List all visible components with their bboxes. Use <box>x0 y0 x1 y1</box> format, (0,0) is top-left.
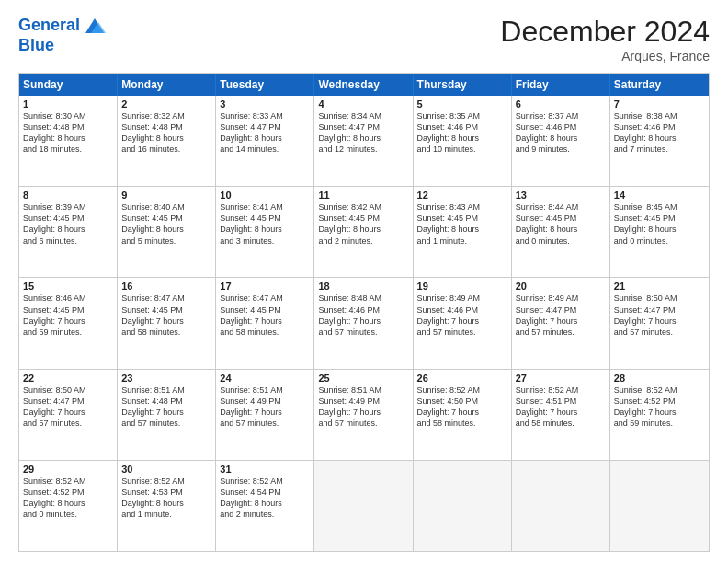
day-number: 8 <box>23 190 113 201</box>
day-info: Sunrise: 8:37 AM Sunset: 4:46 PM Dayligh… <box>516 110 606 155</box>
day-number: 23 <box>121 373 211 384</box>
day-cell-25: 25Sunrise: 8:51 AM Sunset: 4:49 PM Dayli… <box>314 370 413 460</box>
day-number: 21 <box>614 281 705 292</box>
day-number: 4 <box>318 98 408 109</box>
location: Arques, France <box>500 49 710 63</box>
calendar-row-1: 1Sunrise: 8:30 AM Sunset: 4:48 PM Daylig… <box>19 96 709 186</box>
day-info: Sunrise: 8:38 AM Sunset: 4:46 PM Dayligh… <box>614 110 705 155</box>
day-number: 20 <box>516 281 606 292</box>
day-info: Sunrise: 8:51 AM Sunset: 4:49 PM Dayligh… <box>318 385 408 430</box>
day-info: Sunrise: 8:39 AM Sunset: 4:45 PM Dayligh… <box>23 201 113 247</box>
day-info: Sunrise: 8:52 AM Sunset: 4:54 PM Dayligh… <box>220 476 310 521</box>
day-number: 22 <box>23 373 113 384</box>
day-cell-12: 12Sunrise: 8:43 AM Sunset: 4:45 PM Dayli… <box>414 187 512 277</box>
day-info: Sunrise: 8:51 AM Sunset: 4:48 PM Dayligh… <box>121 385 211 430</box>
day-cell-17: 17Sunrise: 8:47 AM Sunset: 4:45 PM Dayli… <box>216 278 314 368</box>
header-cell-thursday: Thursday <box>414 74 512 96</box>
day-info: Sunrise: 8:33 AM Sunset: 4:47 PM Dayligh… <box>220 110 310 155</box>
day-cell-31: 31Sunrise: 8:52 AM Sunset: 4:54 PM Dayli… <box>216 461 314 551</box>
day-cell-2: 2Sunrise: 8:32 AM Sunset: 4:48 PM Daylig… <box>118 96 216 186</box>
day-number: 9 <box>121 190 211 201</box>
calendar-row-3: 15Sunrise: 8:46 AM Sunset: 4:45 PM Dayli… <box>19 277 709 368</box>
day-number: 6 <box>516 98 606 109</box>
day-cell-16: 16Sunrise: 8:47 AM Sunset: 4:45 PM Dayli… <box>118 278 216 368</box>
day-cell-7: 7Sunrise: 8:38 AM Sunset: 4:46 PM Daylig… <box>610 96 709 186</box>
day-info: Sunrise: 8:43 AM Sunset: 4:45 PM Dayligh… <box>417 201 507 247</box>
day-cell-26: 26Sunrise: 8:52 AM Sunset: 4:50 PM Dayli… <box>414 370 512 460</box>
day-info: Sunrise: 8:51 AM Sunset: 4:49 PM Dayligh… <box>220 385 310 430</box>
day-cell-23: 23Sunrise: 8:51 AM Sunset: 4:48 PM Dayli… <box>118 370 216 460</box>
day-info: Sunrise: 8:52 AM Sunset: 4:52 PM Dayligh… <box>614 385 705 430</box>
day-cell-29: 29Sunrise: 8:52 AM Sunset: 4:52 PM Dayli… <box>19 461 118 551</box>
day-number: 5 <box>417 98 507 109</box>
day-info: Sunrise: 8:52 AM Sunset: 4:50 PM Dayligh… <box>417 385 507 430</box>
day-info: Sunrise: 8:49 AM Sunset: 4:46 PM Dayligh… <box>417 293 507 338</box>
day-number: 30 <box>121 464 211 475</box>
day-number: 26 <box>417 373 507 384</box>
day-info: Sunrise: 8:48 AM Sunset: 4:46 PM Dayligh… <box>318 293 408 338</box>
day-cell-30: 30Sunrise: 8:52 AM Sunset: 4:53 PM Dayli… <box>118 461 216 551</box>
day-cell-15: 15Sunrise: 8:46 AM Sunset: 4:45 PM Dayli… <box>19 278 118 368</box>
day-info: Sunrise: 8:32 AM Sunset: 4:48 PM Dayligh… <box>121 110 211 155</box>
day-number: 12 <box>417 190 507 201</box>
day-cell-11: 11Sunrise: 8:42 AM Sunset: 4:45 PM Dayli… <box>314 187 413 277</box>
day-info: Sunrise: 8:49 AM Sunset: 4:47 PM Dayligh… <box>516 293 606 338</box>
logo-line2: Blue <box>18 36 54 54</box>
day-cell-8: 8Sunrise: 8:39 AM Sunset: 4:45 PM Daylig… <box>19 187 118 277</box>
day-cell-1: 1Sunrise: 8:30 AM Sunset: 4:48 PM Daylig… <box>19 96 118 186</box>
day-number: 19 <box>417 281 507 292</box>
day-cell-10: 10Sunrise: 8:41 AM Sunset: 4:45 PM Dayli… <box>216 187 314 277</box>
day-info: Sunrise: 8:44 AM Sunset: 4:45 PM Dayligh… <box>516 201 606 247</box>
day-info: Sunrise: 8:52 AM Sunset: 4:52 PM Dayligh… <box>23 476 113 521</box>
day-cell-6: 6Sunrise: 8:37 AM Sunset: 4:46 PM Daylig… <box>512 96 610 186</box>
day-info: Sunrise: 8:52 AM Sunset: 4:53 PM Dayligh… <box>121 476 211 521</box>
calendar-row-5: 29Sunrise: 8:52 AM Sunset: 4:52 PM Dayli… <box>19 460 709 551</box>
day-cell-24: 24Sunrise: 8:51 AM Sunset: 4:49 PM Dayli… <box>216 370 314 460</box>
day-info: Sunrise: 8:35 AM Sunset: 4:46 PM Dayligh… <box>417 110 507 155</box>
day-number: 11 <box>318 190 408 201</box>
day-number: 17 <box>220 281 310 292</box>
logo-icon <box>82 15 108 37</box>
day-number: 18 <box>318 281 408 292</box>
empty-cell <box>314 461 413 551</box>
day-info: Sunrise: 8:47 AM Sunset: 4:45 PM Dayligh… <box>220 293 310 338</box>
header-cell-sunday: Sunday <box>19 74 118 96</box>
day-cell-5: 5Sunrise: 8:35 AM Sunset: 4:46 PM Daylig… <box>414 96 512 186</box>
day-cell-13: 13Sunrise: 8:44 AM Sunset: 4:45 PM Dayli… <box>512 187 610 277</box>
calendar-row-4: 22Sunrise: 8:50 AM Sunset: 4:47 PM Dayli… <box>19 369 709 460</box>
day-info: Sunrise: 8:42 AM Sunset: 4:45 PM Dayligh… <box>318 201 408 247</box>
day-number: 25 <box>318 373 408 384</box>
header-cell-friday: Friday <box>512 74 610 96</box>
empty-cell <box>512 461 610 551</box>
day-cell-21: 21Sunrise: 8:50 AM Sunset: 4:47 PM Dayli… <box>610 278 709 368</box>
day-number: 15 <box>23 281 113 292</box>
calendar-row-2: 8Sunrise: 8:39 AM Sunset: 4:45 PM Daylig… <box>19 186 709 277</box>
day-number: 27 <box>516 373 606 384</box>
day-number: 13 <box>516 190 606 201</box>
month-title: December 2024 <box>500 15 710 49</box>
day-info: Sunrise: 8:30 AM Sunset: 4:48 PM Dayligh… <box>23 110 113 155</box>
header-cell-tuesday: Tuesday <box>216 74 314 96</box>
day-info: Sunrise: 8:45 AM Sunset: 4:45 PM Dayligh… <box>614 201 705 247</box>
day-number: 2 <box>121 98 211 109</box>
day-cell-14: 14Sunrise: 8:45 AM Sunset: 4:45 PM Dayli… <box>610 187 709 277</box>
day-cell-20: 20Sunrise: 8:49 AM Sunset: 4:47 PM Dayli… <box>512 278 610 368</box>
day-number: 14 <box>614 190 705 201</box>
day-cell-9: 9Sunrise: 8:40 AM Sunset: 4:45 PM Daylig… <box>118 187 216 277</box>
day-cell-22: 22Sunrise: 8:50 AM Sunset: 4:47 PM Dayli… <box>19 370 118 460</box>
calendar-header: SundayMondayTuesdayWednesdayThursdayFrid… <box>19 74 709 96</box>
day-number: 7 <box>614 98 705 109</box>
empty-cell <box>414 461 512 551</box>
day-cell-4: 4Sunrise: 8:34 AM Sunset: 4:47 PM Daylig… <box>314 96 413 186</box>
day-number: 16 <box>121 281 211 292</box>
day-info: Sunrise: 8:46 AM Sunset: 4:45 PM Dayligh… <box>23 293 113 338</box>
day-number: 3 <box>220 98 310 109</box>
header-cell-saturday: Saturday <box>610 74 709 96</box>
header-cell-wednesday: Wednesday <box>314 74 413 96</box>
title-block: December 2024 Arques, France <box>500 15 710 63</box>
calendar-body: 1Sunrise: 8:30 AM Sunset: 4:48 PM Daylig… <box>19 96 709 551</box>
day-info: Sunrise: 8:52 AM Sunset: 4:51 PM Dayligh… <box>516 385 606 430</box>
day-cell-18: 18Sunrise: 8:48 AM Sunset: 4:46 PM Dayli… <box>314 278 413 368</box>
day-number: 29 <box>23 464 113 475</box>
day-cell-19: 19Sunrise: 8:49 AM Sunset: 4:46 PM Dayli… <box>414 278 512 368</box>
